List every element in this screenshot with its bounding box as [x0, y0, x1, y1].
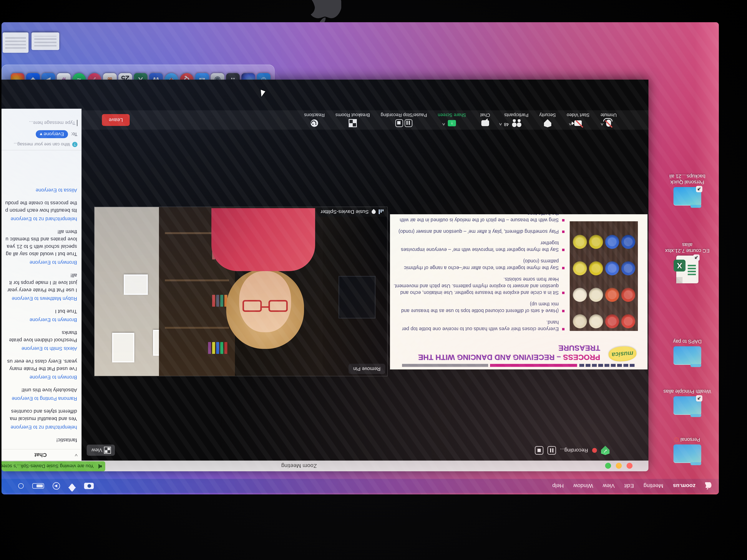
- chat-message: helenpritchard nz to Everyone Its beauti…: [1, 199, 77, 222]
- menu-help[interactable]: Help: [552, 483, 564, 489]
- window-preview-tile[interactable]: [31, 32, 59, 50]
- chat-message: Bronwyn to Everyone True but I would als…: [1, 228, 77, 265]
- chat-message-list[interactable]: fantastic! helenpritchard nz to Everyone…: [1, 150, 81, 449]
- share-screen-button[interactable]: ↑^ Share Screen: [438, 113, 466, 128]
- menubar-app-name[interactable]: zoom.us: [673, 483, 695, 489]
- unmute-button[interactable]: ^ Unmute: [600, 113, 617, 128]
- window-preview-tile[interactable]: [3, 32, 28, 53]
- chat-message: Alissa to Everyone: [1, 186, 77, 193]
- chat-footer: ? Who can see your messag... To: Everyon…: [1, 109, 81, 150]
- chat-sender: Alexis Smith to Everyone: [1, 346, 77, 351]
- chat-message-line: thanks: [1, 329, 77, 337]
- bottle-cap: [573, 288, 587, 302]
- minimize-window-button[interactable]: [616, 463, 622, 469]
- chat-message-line: Its beautiful how each person p: [1, 207, 77, 214]
- zoom-window-button[interactable]: [605, 463, 611, 469]
- participants-icon: [511, 119, 521, 127]
- bottle-cap: [589, 314, 603, 328]
- chevron-up-icon[interactable]: ^: [601, 121, 603, 127]
- menu-window[interactable]: Window: [573, 483, 593, 489]
- participants-button[interactable]: 48^ Participants: [504, 113, 529, 128]
- musica-logo: musica: [608, 346, 637, 362]
- audio-level-icon: [379, 209, 384, 214]
- stop-recording-button[interactable]: [535, 446, 543, 455]
- leave-button[interactable]: Leave: [102, 114, 130, 126]
- chat-panel: ˅ Chat fantastic! helenpritchard nz to E…: [1, 109, 81, 460]
- pause-stop-recording-button[interactable]: Pause/Stop Recording: [381, 113, 427, 128]
- recording-dot-icon: [592, 448, 597, 453]
- pause-recording-button[interactable]: [547, 446, 556, 455]
- chat-to-label: To:: [71, 131, 77, 137]
- recording-indicator: Recording...: [535, 446, 610, 455]
- chat-sender: Ramona Ponting to Everyone: [1, 396, 77, 401]
- chat-message-line: Preschool children love pirate: [1, 337, 77, 344]
- chevron-down-icon[interactable]: ˅: [75, 452, 78, 457]
- recording-status-label: Recording...: [560, 447, 588, 453]
- chat-privacy-note[interactable]: ? Who can see your messag...: [5, 142, 77, 147]
- security-button[interactable]: Security: [539, 113, 556, 128]
- bottle-cap: [621, 314, 635, 328]
- document-bullet: Say the rhyme together then 'echo after …: [392, 258, 565, 271]
- chat-header: ˅ Chat: [1, 449, 81, 460]
- upside-down-monitor-scene: zoom.us Meeting Edit View Window Help Pe…: [0, 0, 747, 560]
- chat-input[interactable]: Type message here...: [5, 120, 77, 126]
- chat-message-line: them all!: [1, 228, 77, 236]
- battery-status-icon[interactable]: [32, 483, 44, 489]
- pause-icon[interactable]: [405, 119, 412, 127]
- menu-meeting[interactable]: Meeting: [644, 483, 664, 489]
- view-button[interactable]: View: [87, 445, 115, 456]
- chat-message-line: fantastic!: [1, 436, 77, 444]
- display-camera-status-icon[interactable]: [84, 483, 94, 489]
- control-center-status-icon[interactable]: [18, 483, 24, 489]
- dropbox-status-icon[interactable]: [69, 482, 76, 489]
- reactions-smiley-icon: [311, 119, 318, 127]
- red-glasses: [242, 299, 288, 312]
- chat-message-line: different styles and countries: [1, 408, 77, 415]
- chat-button[interactable]: Chat: [477, 113, 494, 128]
- chevron-up-icon[interactable]: ^: [499, 121, 502, 127]
- menu-edit[interactable]: Edit: [624, 483, 634, 489]
- desktop-icon-personal[interactable]: Personal: [660, 437, 715, 463]
- menu-view[interactable]: View: [603, 483, 615, 489]
- chat-message: Alexis Smith to Everyone Preschool child…: [1, 329, 77, 351]
- picture-frame: [112, 333, 134, 363]
- shared-screen-document: musica PROCESS – RECEIVING AND DANCING W…: [390, 214, 647, 369]
- zoom-meeting-window: Zoom Meeting You are viewing Susie Davie…: [1, 80, 648, 471]
- document-bullet-list: Everyone closes their eyes with hands ou…: [392, 214, 565, 332]
- document-bullet: Sing with the treasure – the pitch of th…: [392, 214, 565, 223]
- participant-name: Susie Davies-Splitter: [320, 209, 369, 215]
- privacy-question-icon: ?: [72, 142, 77, 147]
- chat-sender: Bronwyn to Everyone: [1, 374, 77, 380]
- chat-bubble-icon: [481, 121, 489, 126]
- bottle-cap: [605, 261, 619, 275]
- chat-message: Robyn Matthews to Everyone I use Pat the…: [1, 272, 77, 301]
- remove-pin-button[interactable]: Remove Pin: [349, 364, 385, 374]
- desktop-icon-personal-quick-backups[interactable]: ↗ Personal Quick backups....21 ali: [660, 174, 715, 206]
- chat-message-line: True but I: [1, 308, 77, 315]
- stop-icon[interactable]: [395, 119, 403, 127]
- pinned-participant-video[interactable]: Remove Pin Susie Davies-Splitter: [95, 207, 387, 376]
- bottle-cap: [573, 261, 587, 275]
- chat-message: fantastic!: [1, 436, 77, 444]
- chat-sender: helenpritchard nz to Everyone: [1, 216, 77, 222]
- chevron-up-icon[interactable]: ^: [569, 121, 571, 127]
- desktop-icon-wealth-principle[interactable]: ↗ Wealth Principle alias: [660, 389, 715, 415]
- start-video-button[interactable]: ^ Start Video: [567, 113, 590, 128]
- close-window-button[interactable]: [626, 463, 633, 469]
- document-bullet: Sit in a circle and explore the treasure…: [392, 276, 565, 296]
- desktop-icon-ec-course-xlsx[interactable]: X ↗ EC course 7.21.xlsx alias: [660, 242, 715, 283]
- bullet-marker-icon: [562, 292, 565, 294]
- apple-menu-icon[interactable]: [705, 482, 712, 490]
- document-bullet: Say the rhyme together then 'improvise w…: [392, 240, 565, 253]
- chat-message: Bronwyn to Everyone True but I: [1, 308, 77, 323]
- chevron-up-icon[interactable]: ^: [442, 121, 445, 127]
- desktop-icon-daps-to-pay[interactable]: DAPS to pay: [660, 339, 715, 365]
- chat-message: helenpritchard nz to Everyone Yes and be…: [1, 408, 77, 430]
- reactions-button[interactable]: Reactions: [304, 113, 325, 128]
- breakout-rooms-button[interactable]: Breakout Rooms: [336, 113, 370, 128]
- playback-circle-status-icon[interactable]: [53, 482, 60, 490]
- chat-message: Ramona Ponting to Everyone Absolutely lo…: [1, 386, 77, 401]
- encryption-shield-icon[interactable]: [601, 446, 610, 455]
- chat-recipient-selector[interactable]: Everyone ▾: [36, 130, 68, 138]
- text-caret: [77, 120, 77, 126]
